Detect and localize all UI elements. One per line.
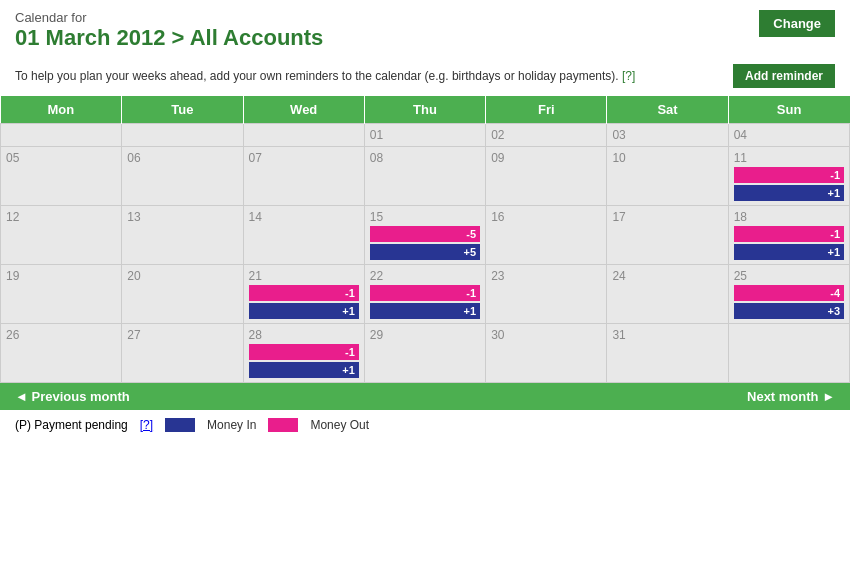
calendar-cell: 25-4+3	[728, 265, 849, 324]
date-number: 28	[249, 328, 359, 342]
calendar-cell: 22-1+1	[364, 265, 485, 324]
calendar-cell: 28-1+1	[243, 324, 364, 383]
calendar-cell: 16	[486, 206, 607, 265]
calendar-cell: 17	[607, 206, 728, 265]
calendar-cell: 05	[1, 147, 122, 206]
calendar-cell: 18-1+1	[728, 206, 849, 265]
money-out-bar: -1	[370, 285, 480, 301]
calendar-cell: 30	[486, 324, 607, 383]
money-in-bar: +1	[249, 362, 359, 378]
date-number: 20	[127, 269, 237, 283]
calendar-cell: 15-5+5	[364, 206, 485, 265]
date-number: 19	[6, 269, 116, 283]
day-header-tue: Tue	[122, 96, 243, 124]
calendar-cell	[243, 124, 364, 147]
calendar-cell: 03	[607, 124, 728, 147]
calendar-cell: 02	[486, 124, 607, 147]
calendar-cell: 12	[1, 206, 122, 265]
date-number: 29	[370, 328, 480, 342]
date-number: 06	[127, 151, 237, 165]
calendar-cell: 10	[607, 147, 728, 206]
date-number: 22	[370, 269, 480, 283]
calendar-cell: 09	[486, 147, 607, 206]
money-in-bar: +1	[734, 185, 844, 201]
date-number: 23	[491, 269, 601, 283]
date-number: 14	[249, 210, 359, 224]
date-number: 02	[491, 128, 601, 142]
reminder-text: To help you plan your weeks ahead, add y…	[15, 69, 635, 83]
date-number: 31	[612, 328, 722, 342]
next-month-button[interactable]: Next month ►	[747, 389, 835, 404]
calendar-table: MonTueWedThuFriSatSun 010203040506070809…	[0, 96, 850, 383]
reminder-row: To help you plan your weeks ahead, add y…	[0, 56, 850, 96]
money-in-label: Money In	[207, 418, 256, 432]
money-in-bar: +5	[370, 244, 480, 260]
calendar-cell: 04	[728, 124, 849, 147]
day-header-sun: Sun	[728, 96, 849, 124]
legend-row: (P) Payment pending [?] Money In Money O…	[0, 410, 850, 440]
date-number: 18	[734, 210, 844, 224]
money-out-bar: -1	[249, 344, 359, 360]
date-number: 04	[734, 128, 844, 142]
calendar-for-label: Calendar for	[15, 10, 323, 25]
money-out-bar: -1	[734, 226, 844, 242]
money-in-bar: +1	[249, 303, 359, 319]
date-number: 21	[249, 269, 359, 283]
date-number: 09	[491, 151, 601, 165]
date-number: 25	[734, 269, 844, 283]
date-number: 01	[370, 128, 480, 142]
change-button[interactable]: Change	[759, 10, 835, 37]
calendar-cell: 13	[122, 206, 243, 265]
calendar-cell: 21-1+1	[243, 265, 364, 324]
date-number: 24	[612, 269, 722, 283]
calendar-cell	[122, 124, 243, 147]
money-in-swatch	[165, 418, 195, 432]
date-number: 16	[491, 210, 601, 224]
money-out-bar: -1	[734, 167, 844, 183]
money-in-bar: +3	[734, 303, 844, 319]
date-number: 15	[370, 210, 480, 224]
day-header-thu: Thu	[364, 96, 485, 124]
date-number: 12	[6, 210, 116, 224]
calendar-cell: 11-1+1	[728, 147, 849, 206]
date-number: 13	[127, 210, 237, 224]
date-number: 27	[127, 328, 237, 342]
money-out-swatch	[268, 418, 298, 432]
reminder-help-link[interactable]: [?]	[622, 69, 635, 83]
day-header-wed: Wed	[243, 96, 364, 124]
date-number: 11	[734, 151, 844, 165]
money-out-bar: -5	[370, 226, 480, 242]
date-number: 07	[249, 151, 359, 165]
calendar-cell: 06	[122, 147, 243, 206]
money-in-bar: +1	[734, 244, 844, 260]
calendar-cell: 29	[364, 324, 485, 383]
add-reminder-button[interactable]: Add reminder	[733, 64, 835, 88]
date-number: 08	[370, 151, 480, 165]
day-header-sat: Sat	[607, 96, 728, 124]
nav-row: ◄ Previous month Next month ►	[0, 383, 850, 410]
legend-help-link[interactable]: [?]	[140, 418, 153, 432]
calendar-cell: 24	[607, 265, 728, 324]
day-header-mon: Mon	[1, 96, 122, 124]
calendar-cell: 19	[1, 265, 122, 324]
calendar-cell: 31	[607, 324, 728, 383]
calendar-cell: 14	[243, 206, 364, 265]
calendar-cell	[728, 324, 849, 383]
calendar-cell	[1, 124, 122, 147]
day-header-fri: Fri	[486, 96, 607, 124]
money-out-bar: -4	[734, 285, 844, 301]
calendar-cell: 27	[122, 324, 243, 383]
money-out-label: Money Out	[310, 418, 369, 432]
payment-pending-label: (P) Payment pending	[15, 418, 128, 432]
date-number: 17	[612, 210, 722, 224]
calendar-cell: 08	[364, 147, 485, 206]
money-in-bar: +1	[370, 303, 480, 319]
money-out-bar: -1	[249, 285, 359, 301]
date-number: 03	[612, 128, 722, 142]
date-number: 05	[6, 151, 116, 165]
prev-month-button[interactable]: ◄ Previous month	[15, 389, 130, 404]
calendar-cell: 01	[364, 124, 485, 147]
date-number: 30	[491, 328, 601, 342]
date-number: 10	[612, 151, 722, 165]
calendar-cell: 26	[1, 324, 122, 383]
